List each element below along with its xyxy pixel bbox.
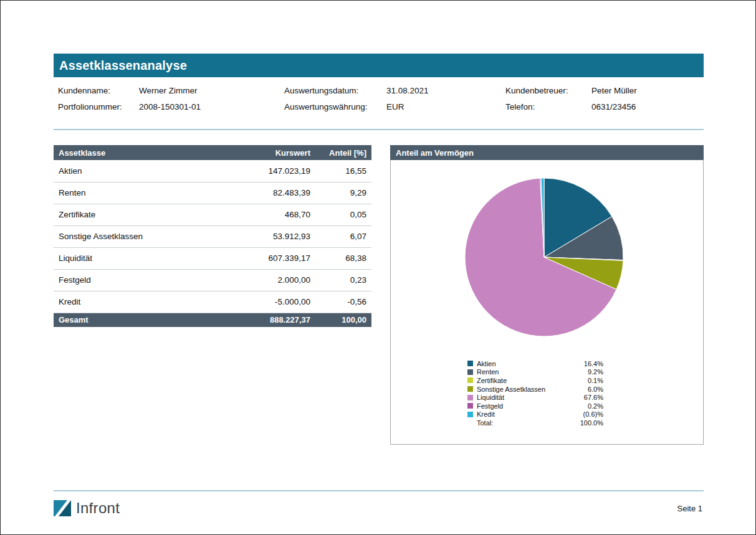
legend-label: Aktien <box>477 360 584 367</box>
pie-chart <box>462 175 626 339</box>
chart-legend: Aktien 16.4% Renten 9.2% Zertifikate 0.1… <box>467 359 603 427</box>
legend-label: Zertifikate <box>477 377 588 384</box>
info-value: Werner Zimmer <box>139 83 198 99</box>
page-number: Seite 1 <box>677 504 702 513</box>
info-value: 31.08.2021 <box>386 83 429 99</box>
legend-value: 0.2% <box>588 402 603 410</box>
cell-anteil: -0,56 <box>315 291 371 313</box>
cell-kurswert: -5.000,00 <box>194 291 315 313</box>
legend-label: Renten <box>477 368 588 376</box>
cell-kurswert: 607.339,17 <box>194 247 315 269</box>
chart-title: Anteil am Vermögen <box>396 148 474 158</box>
legend-total-value: 100.0% <box>580 419 603 427</box>
info-value: Peter Müller <box>591 83 637 99</box>
legend-item: Kredit (0.6)% <box>467 410 603 419</box>
legend-total-spacer <box>467 420 473 425</box>
cell-assetklasse: Kredit <box>54 291 194 313</box>
legend-swatch-liquiditaet <box>467 395 473 400</box>
chart-panel-header: Anteil am Vermögen <box>390 145 704 160</box>
legend-label: Sonstige Assetklassen <box>477 386 588 393</box>
total-label: Gesamt <box>54 313 194 327</box>
pie-chart-svg <box>462 175 626 339</box>
legend-total-label: Total: <box>477 419 580 427</box>
info-row-telefon: Telefon: 0631/23456 <box>505 99 637 115</box>
cell-assetklasse: Zertifikate <box>54 204 194 225</box>
legend-value: 67.6% <box>584 394 603 401</box>
cell-anteil: 9,29 <box>315 182 371 204</box>
page-title: Assetklassenanalyse <box>59 59 187 73</box>
legend-item: Liquidität 67.6% <box>467 393 603 402</box>
info-row-portfolionummer: Portfolionummer: 2008-150301-01 <box>58 99 201 115</box>
legend-item: Sonstige Assetklassen 6.0% <box>467 385 603 394</box>
cell-kurswert: 53.912,93 <box>194 225 315 247</box>
cell-kurswert: 468,70 <box>194 204 315 225</box>
legend-label: Festgeld <box>477 402 588 410</box>
cell-anteil: 6,07 <box>315 225 371 247</box>
header-divider <box>54 129 704 130</box>
infront-logo-icon <box>54 500 71 516</box>
chart-panel: Aktien 16.4% Renten 9.2% Zertifikate 0.1… <box>390 160 704 445</box>
cell-assetklasse: Liquidität <box>54 247 194 269</box>
table-row: Renten 82.483,39 9,29 <box>54 182 371 204</box>
report-page: Assetklassenanalyse Kundenname: Werner Z… <box>0 0 756 535</box>
table-header-row: Assetklasse Kurswert Anteil [%] <box>54 145 371 160</box>
cell-assetklasse: Sonstige Assetklassen <box>54 225 194 247</box>
info-label: Auswertungsdatum: <box>284 83 386 99</box>
cell-kurswert: 82.483,39 <box>194 182 315 204</box>
legend-swatch-aktien <box>467 361 473 366</box>
legend-label: Kredit <box>477 410 583 418</box>
info-value: 2008-150301-01 <box>139 99 201 115</box>
table-row: Sonstige Assetklassen 53.912,93 6,07 <box>54 225 371 247</box>
legend-swatch-kredit <box>467 412 473 417</box>
client-info-column-2: Auswertungsdatum: 31.08.2021 Auswertungs… <box>284 83 429 115</box>
legend-label: Liquidität <box>477 394 584 401</box>
legend-total-row: Total: 100.0% <box>467 419 603 427</box>
info-row-auswertungswaehrung: Auswertungswährung: EUR <box>284 99 429 115</box>
table-row: Festgeld 2.000,00 0,23 <box>54 269 371 291</box>
report-title-bar: Assetklassenanalyse <box>54 54 704 77</box>
info-label: Kundenbetreuer: <box>505 83 591 99</box>
legend-value: 6.0% <box>588 386 603 393</box>
legend-value: 9.2% <box>588 368 603 376</box>
cell-anteil: 16,55 <box>315 160 371 182</box>
total-kurswert: 888.227,37 <box>194 313 315 327</box>
table-row: Zertifikate 468,70 0,05 <box>54 204 371 225</box>
cell-assetklasse: Renten <box>54 182 194 204</box>
info-label: Auswertungswährung: <box>284 99 386 115</box>
legend-item: Renten 9.2% <box>467 368 603 377</box>
table-row: Liquidität 607.339,17 68,38 <box>54 247 371 269</box>
legend-item: Festgeld 0.2% <box>467 402 603 410</box>
info-label: Portfolionummer: <box>58 99 139 115</box>
cell-kurswert: 2.000,00 <box>194 269 315 291</box>
table-total-row: Gesamt 888.227,37 100,00 <box>54 313 371 327</box>
column-header-anteil: Anteil [%] <box>315 145 371 160</box>
legend-swatch-renten <box>467 369 473 375</box>
total-anteil: 100,00 <box>315 313 371 327</box>
asset-class-table: Assetklasse Kurswert Anteil [%] Aktien 1… <box>54 145 371 327</box>
table-row: Kredit -5.000,00 -0,56 <box>54 291 371 313</box>
legend-value: (0.6)% <box>583 410 603 418</box>
legend-value: 16.4% <box>584 360 603 367</box>
info-row-kundenbetreuer: Kundenbetreuer: Peter Müller <box>505 83 637 99</box>
legend-swatch-zertifikate <box>467 377 473 383</box>
legend-swatch-festgeld <box>467 403 473 409</box>
column-header-assetklasse: Assetklasse <box>54 145 194 160</box>
info-row-kundenname: Kundenname: Werner Zimmer <box>58 83 201 99</box>
brand-name: Infront <box>76 499 120 517</box>
cell-kurswert: 147.023,19 <box>194 160 315 182</box>
legend-item: Aktien 16.4% <box>467 359 603 368</box>
table-row: Aktien 147.023,19 16,55 <box>54 160 371 182</box>
legend-item: Zertifikate 0.1% <box>467 376 603 385</box>
info-value: 0631/23456 <box>591 99 636 115</box>
cell-anteil: 0,05 <box>315 204 371 225</box>
legend-swatch-sonstige <box>467 386 473 392</box>
cell-assetklasse: Aktien <box>54 160 194 182</box>
cell-anteil: 0,23 <box>315 269 371 291</box>
info-label: Telefon: <box>505 99 591 115</box>
cell-anteil: 68,38 <box>315 247 371 269</box>
info-label: Kundenname: <box>58 83 139 99</box>
column-header-kurswert: Kurswert <box>194 145 315 160</box>
brand-logo: Infront <box>54 499 120 517</box>
footer-divider <box>54 490 704 491</box>
cell-assetklasse: Festgeld <box>54 269 194 291</box>
